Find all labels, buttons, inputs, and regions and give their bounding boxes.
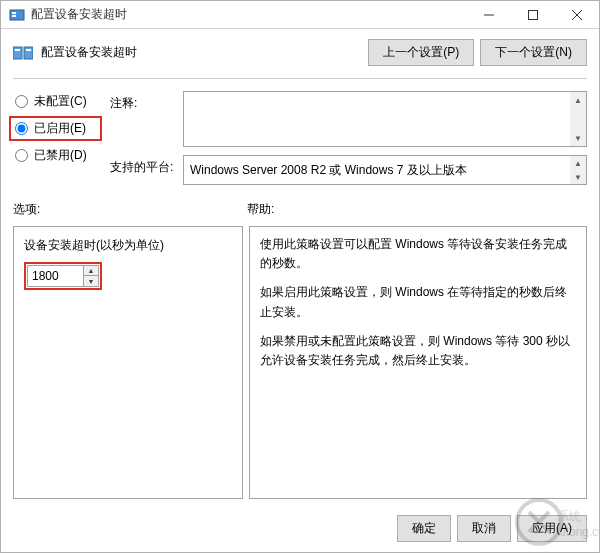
- timeout-input[interactable]: [27, 265, 83, 287]
- scroll-down-icon[interactable]: ▼: [570, 130, 586, 146]
- apply-button[interactable]: 应用(A): [517, 515, 587, 542]
- nav-buttons: 上一个设置(P) 下一个设置(N): [368, 39, 587, 66]
- annotation-label: 注释:: [110, 91, 175, 112]
- platform-box: Windows Server 2008 R2 或 Windows 7 及以上版本…: [183, 155, 587, 185]
- window-title: 配置设备安装超时: [31, 6, 467, 23]
- timeout-label: 设备安装超时(以秒为单位): [24, 237, 232, 254]
- annotation-scrollbar: ▲ ▼: [570, 92, 586, 146]
- help-paragraph: 如果禁用或未配置此策略设置，则 Windows 等待 300 秒以允许设备安装任…: [260, 332, 576, 370]
- radio-enabled-label: 已启用(E): [34, 120, 86, 137]
- policy-editor-window: 配置设备安装超时 配置设备安装超时 上一个设置(P) 下一个设置(N): [0, 0, 600, 553]
- help-paragraph: 如果启用此策略设置，则 Windows 在等待指定的秒数后终止安装。: [260, 283, 576, 321]
- policy-title: 配置设备安装超时: [41, 44, 360, 61]
- radio-enabled-input[interactable]: [15, 122, 28, 135]
- cancel-button[interactable]: 取消: [457, 515, 511, 542]
- header-row: 配置设备安装超时 上一个设置(P) 下一个设置(N): [1, 29, 599, 76]
- titlebar: 配置设备安装超时: [1, 1, 599, 29]
- policy-icon: [13, 45, 33, 61]
- spinner-down-button[interactable]: ▼: [84, 276, 98, 286]
- scroll-up-icon[interactable]: ▲: [570, 92, 586, 108]
- svg-rect-1: [12, 12, 16, 14]
- svg-rect-4: [529, 10, 538, 19]
- scroll-down-icon[interactable]: ▼: [570, 170, 586, 184]
- annotation-column: 注释: ▲ ▼ 支持的平台: Windows Server 2008 R2 或 …: [110, 91, 587, 185]
- radio-disabled-label: 已禁用(D): [34, 147, 87, 164]
- window-controls: [467, 1, 599, 28]
- divider: [13, 78, 587, 79]
- next-setting-button[interactable]: 下一个设置(N): [480, 39, 587, 66]
- section-labels: 选项: 帮助:: [1, 187, 599, 222]
- radio-not-configured-label: 未配置(C): [34, 93, 87, 110]
- annotation-row: 注释: ▲ ▼: [110, 91, 587, 147]
- radio-disabled-input[interactable]: [15, 149, 28, 162]
- help-section-label: 帮助:: [247, 201, 587, 218]
- annotation-textarea[interactable]: ▲ ▼: [183, 91, 587, 147]
- minimize-button[interactable]: [467, 1, 511, 28]
- main-panels: 设备安装超时(以秒为单位) ▲ ▼ 使用此策略设置可以配置 Windows 等待…: [13, 226, 587, 499]
- svg-rect-8: [24, 47, 33, 59]
- platform-label: 支持的平台:: [110, 155, 175, 176]
- svg-rect-7: [13, 47, 22, 59]
- scroll-up-icon[interactable]: ▲: [570, 156, 586, 170]
- svg-rect-2: [12, 15, 16, 17]
- help-paragraph: 使用此策略设置可以配置 Windows 等待设备安装任务完成的秒数。: [260, 235, 576, 273]
- state-radio-group: 未配置(C) 已启用(E) 已禁用(D): [13, 91, 98, 185]
- help-panel: 使用此策略设置可以配置 Windows 等待设备安装任务完成的秒数。 如果启用此…: [249, 226, 587, 499]
- spinner-up-button[interactable]: ▲: [84, 266, 98, 276]
- previous-setting-button[interactable]: 上一个设置(P): [368, 39, 474, 66]
- platform-scrollbar: ▲ ▼: [570, 156, 586, 184]
- svg-rect-9: [15, 49, 20, 51]
- timeout-spinner: ▲ ▼: [24, 262, 102, 290]
- footer: 确定 取消 应用(A) 系统 xitong.com: [1, 507, 599, 552]
- options-section-label: 选项:: [13, 201, 247, 218]
- radio-not-configured[interactable]: 未配置(C): [13, 93, 98, 110]
- radio-disabled[interactable]: 已禁用(D): [13, 147, 98, 164]
- options-panel: 设备安装超时(以秒为单位) ▲ ▼: [13, 226, 243, 499]
- radio-enabled[interactable]: 已启用(E): [9, 116, 102, 141]
- platform-row: 支持的平台: Windows Server 2008 R2 或 Windows …: [110, 155, 587, 185]
- radio-not-configured-input[interactable]: [15, 95, 28, 108]
- maximize-button[interactable]: [511, 1, 555, 28]
- svg-rect-10: [26, 49, 31, 51]
- ok-button[interactable]: 确定: [397, 515, 451, 542]
- app-icon: [9, 7, 25, 23]
- close-button[interactable]: [555, 1, 599, 28]
- platform-value: Windows Server 2008 R2 或 Windows 7 及以上版本: [190, 162, 580, 179]
- spinner-buttons: ▲ ▼: [83, 265, 99, 287]
- config-row: 未配置(C) 已启用(E) 已禁用(D) 注释: ▲ ▼: [1, 81, 599, 187]
